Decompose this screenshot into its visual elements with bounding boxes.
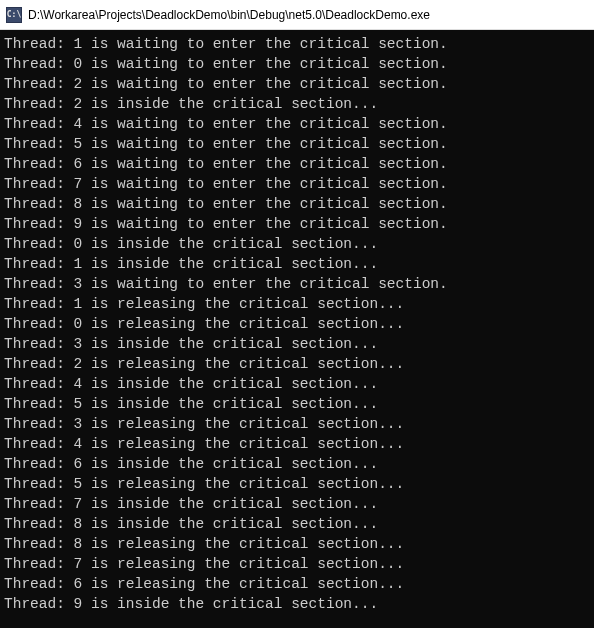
console-output: Thread: 1 is waiting to enter the critic… (0, 30, 594, 628)
console-line: Thread: 3 is releasing the critical sect… (4, 414, 590, 434)
window-title: D:\Workarea\Projects\DeadlockDemo\bin\De… (28, 8, 430, 22)
console-line: Thread: 4 is inside the critical section… (4, 374, 590, 394)
console-line: Thread: 4 is releasing the critical sect… (4, 434, 590, 454)
console-line: Thread: 5 is waiting to enter the critic… (4, 134, 590, 154)
console-line: Thread: 5 is inside the critical section… (4, 394, 590, 414)
console-line: Thread: 8 is waiting to enter the critic… (4, 194, 590, 214)
console-line: Thread: 9 is waiting to enter the critic… (4, 214, 590, 234)
console-line: Thread: 8 is inside the critical section… (4, 514, 590, 534)
console-line: Thread: 5 is releasing the critical sect… (4, 474, 590, 494)
console-line: Thread: 2 is waiting to enter the critic… (4, 74, 590, 94)
console-line: Thread: 9 is inside the critical section… (4, 594, 590, 614)
console-line: Thread: 6 is inside the critical section… (4, 454, 590, 474)
console-line: Thread: 1 is releasing the critical sect… (4, 294, 590, 314)
console-line: Thread: 7 is waiting to enter the critic… (4, 174, 590, 194)
console-line: Thread: 2 is inside the critical section… (4, 94, 590, 114)
console-line: Thread: 0 is waiting to enter the critic… (4, 54, 590, 74)
console-line: Thread: 6 is releasing the critical sect… (4, 574, 590, 594)
console-line: Thread: 1 is waiting to enter the critic… (4, 34, 590, 54)
console-line: Thread: 0 is releasing the critical sect… (4, 314, 590, 334)
console-line: Thread: 7 is inside the critical section… (4, 494, 590, 514)
app-icon: C:\ (6, 7, 22, 23)
console-line: Thread: 0 is inside the critical section… (4, 234, 590, 254)
console-line: Thread: 1 is inside the critical section… (4, 254, 590, 274)
console-line: Thread: 7 is releasing the critical sect… (4, 554, 590, 574)
console-line: Thread: 3 is inside the critical section… (4, 334, 590, 354)
console-line: Thread: 6 is waiting to enter the critic… (4, 154, 590, 174)
console-line: Thread: 2 is releasing the critical sect… (4, 354, 590, 374)
title-bar[interactable]: C:\ D:\Workarea\Projects\DeadlockDemo\bi… (0, 0, 594, 30)
console-line: Thread: 4 is waiting to enter the critic… (4, 114, 590, 134)
console-line: Thread: 8 is releasing the critical sect… (4, 534, 590, 554)
console-line: Thread: 3 is waiting to enter the critic… (4, 274, 590, 294)
